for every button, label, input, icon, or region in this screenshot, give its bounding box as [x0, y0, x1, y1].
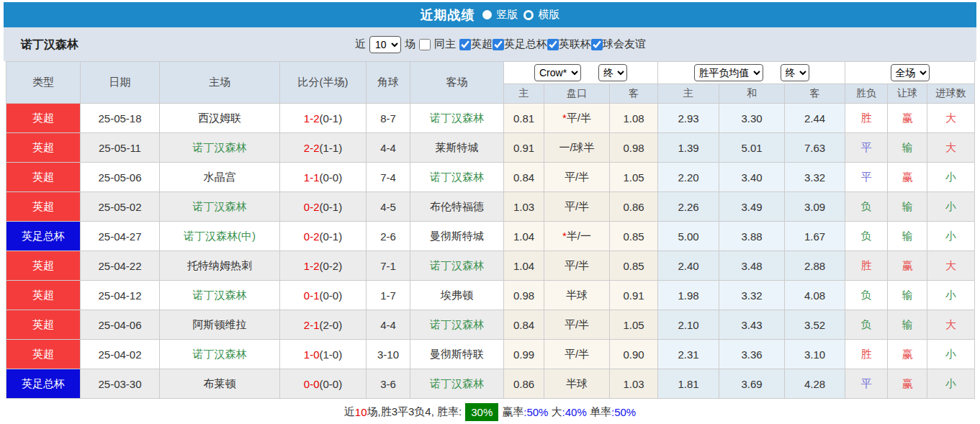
- handicap-result-cell: 输: [888, 310, 927, 340]
- home-odds-cell: 0.99: [504, 340, 544, 369]
- league-checkbox-label: 英超: [471, 37, 493, 51]
- vertical-layout-option[interactable]: 竖版: [497, 8, 518, 22]
- home-team-cell: 诺丁汉森林: [160, 192, 280, 222]
- avg-away-cell: 3.32: [785, 163, 845, 192]
- handicap-text: 半球: [566, 289, 588, 301]
- away-odds-cell: 1.03: [610, 369, 658, 399]
- league-badge: 英超: [6, 163, 81, 192]
- score-cell: 0-2(0-1): [280, 192, 367, 222]
- table-row: 英超 25-04-22 托特纳姆热刺 1-2(0-2) 7-1 诺丁汉森林 1.…: [6, 251, 975, 281]
- horizontal-layout-option[interactable]: 横版: [539, 8, 560, 22]
- odds-source-select[interactable]: Crow*: [534, 64, 581, 81]
- corners-cell: 4-4: [367, 133, 410, 163]
- away-odds-cell: 0.91: [610, 281, 658, 310]
- avg-draw-cell: 3.43: [719, 310, 785, 340]
- avg-select-group: 胜平负均值终: [658, 62, 845, 84]
- away-team-cell: 诺丁汉森林: [410, 310, 504, 340]
- half-time-score: (0-1): [320, 112, 343, 125]
- vertical-radio-selected-icon[interactable]: [482, 10, 492, 19]
- league-badge: 英超: [6, 340, 81, 369]
- date-cell: 25-04-02: [81, 340, 160, 369]
- handicap-result-cell: 输: [888, 222, 927, 251]
- league-checkbox[interactable]: [493, 39, 504, 50]
- full-time-score: 0-0: [304, 378, 320, 390]
- result-cell: 平: [845, 369, 888, 399]
- half-time-score: (1-0): [320, 348, 343, 361]
- handicap-text: 平/半: [565, 348, 589, 360]
- recent-count-select[interactable]: 10: [369, 36, 401, 53]
- half-time-score: (0-2): [320, 260, 343, 272]
- summary-segment: 赢率: [502, 405, 523, 419]
- filter-bar: 诺丁汉森林 近 10 场 同主 英超英足总杯英联杯球会友谊: [4, 27, 976, 61]
- goals-cell: 小: [927, 281, 975, 310]
- corners-cell: 8-7: [367, 104, 410, 133]
- away-team-cell: 曼彻斯特联: [410, 340, 504, 369]
- same-home-checkbox[interactable]: [419, 39, 431, 50]
- league-checkbox[interactable]: [591, 39, 603, 50]
- score-cell: 1-1(0-0): [280, 163, 367, 192]
- avg-home-cell: 2.40: [658, 251, 719, 281]
- result-cell: 负: [845, 222, 888, 251]
- handicap-result-cell: 输: [888, 192, 927, 222]
- league-checkbox-label: 球会友谊: [603, 37, 646, 51]
- recent-label: 近: [355, 37, 366, 51]
- goals-cell: 小: [927, 192, 975, 222]
- goals-cell: 大: [927, 310, 975, 340]
- full-time-score: 0-1: [304, 289, 320, 302]
- avg-draw-cell: 3.36: [719, 340, 785, 369]
- score-cell: 0-1(0-0): [280, 281, 367, 310]
- handicap-text: 平/半: [565, 259, 589, 271]
- handicap-text: 一/球半: [559, 141, 594, 153]
- away-team-cell: 诺丁汉森林: [410, 163, 504, 192]
- home-odds-cell: 1.04: [504, 222, 544, 251]
- avg-type-select[interactable]: 胜平负均值: [694, 64, 763, 81]
- away-odds-cell: 0.85: [610, 222, 658, 251]
- summary-segment: 场,胜3平3负4, 胜率:: [367, 405, 462, 419]
- avg-away-cell: 1.67: [785, 222, 845, 251]
- away-odds-cell: 1.05: [610, 163, 658, 192]
- summary-segment: :40%: [562, 406, 587, 418]
- avg-time-select[interactable]: 终: [781, 64, 809, 81]
- scope-select[interactable]: 全场: [891, 64, 930, 81]
- home-odds-cell: 0.91: [504, 133, 544, 163]
- handicap-text: 平/半: [565, 318, 589, 330]
- goals-cell: 小: [927, 369, 975, 399]
- odds-time-select[interactable]: 终: [598, 64, 627, 81]
- date-cell: 25-03-30: [81, 369, 160, 399]
- league-badge: 英超: [6, 310, 81, 340]
- handicap-cell: *平/半: [544, 104, 610, 133]
- home-team-cell: 阿斯顿维拉: [160, 310, 280, 340]
- half-time-score: (0-1): [320, 201, 343, 213]
- away-odds-cell: 0.90: [610, 340, 658, 369]
- goals-cell: 大: [927, 251, 975, 281]
- handicap-result-cell: 赢: [888, 251, 927, 281]
- half-time-score: (1-1): [320, 142, 343, 154]
- date-cell: 25-04-22: [81, 251, 160, 281]
- home-odds-cell: 1.04: [504, 251, 544, 281]
- result-cell: 平: [845, 133, 888, 163]
- team-name: 诺丁汉森林: [21, 37, 78, 52]
- col-header-score: 比分(半场): [280, 62, 367, 104]
- league-badge: 英超: [6, 192, 81, 222]
- col-header-date: 日期: [81, 62, 160, 104]
- league-checkbox[interactable]: [459, 39, 471, 50]
- handicap-cell: 半球: [544, 281, 610, 310]
- handicap-result-cell: 赢: [888, 163, 927, 192]
- league-filter: 英超: [459, 37, 493, 51]
- home-team-cell: 诺丁汉森林: [160, 340, 280, 369]
- page-title: 近期战绩: [421, 6, 475, 24]
- topbar: 近期战绩 竖版 横版: [4, 2, 976, 27]
- league-badge: 英超: [6, 281, 81, 310]
- league-filter: 球会友谊: [591, 37, 646, 51]
- goals-cell: 小: [927, 163, 975, 192]
- half-time-score: (0-1): [320, 230, 343, 243]
- home-team-cell: 托特纳姆热刺: [160, 251, 280, 281]
- full-time-score: 0-2: [304, 230, 320, 243]
- horizontal-radio-icon[interactable]: [523, 10, 534, 20]
- home-odds-cell: 0.86: [504, 369, 544, 399]
- league-checkbox[interactable]: [547, 39, 559, 50]
- date-cell: 25-04-06: [81, 310, 160, 340]
- table-row: 英超 25-05-18 西汉姆联 1-2(0-1) 8-7 诺丁汉森林 0.81…: [6, 104, 975, 133]
- avg-draw-cell: 3.88: [719, 222, 785, 251]
- page: 近期战绩 竖版 横版 诺丁汉森林 近 10 场 同主 英超英足总杯英联杯球会友谊: [0, 0, 980, 424]
